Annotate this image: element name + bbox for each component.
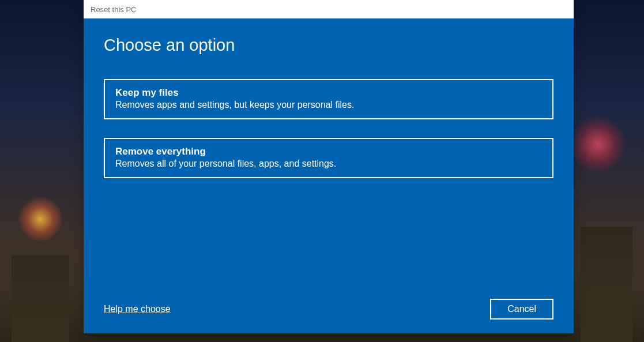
reset-pc-dialog: Reset this PC Choose an option Keep my f… <box>84 0 574 333</box>
cancel-button[interactable]: Cancel <box>490 299 553 320</box>
dialog-footer: Help me choose Cancel <box>104 299 553 320</box>
option-title: Keep my files <box>115 87 542 99</box>
dialog-title: Reset this PC <box>91 5 136 14</box>
option-title: Remove everything <box>115 146 542 157</box>
option-description: Removes all of your personal files, apps… <box>115 159 542 169</box>
dialog-titlebar[interactable]: Reset this PC <box>84 0 574 18</box>
background-building-right <box>581 227 632 342</box>
option-remove-everything[interactable]: Remove everything Removes all of your pe… <box>104 138 553 178</box>
background-building-left <box>12 255 69 342</box>
help-me-choose-link[interactable]: Help me choose <box>104 304 171 314</box>
option-description: Removes apps and settings, but keeps you… <box>115 100 542 110</box>
firework-decoration-right <box>569 115 627 173</box>
dialog-body: Choose an option Keep my files Removes a… <box>84 18 574 333</box>
option-keep-my-files[interactable]: Keep my files Removes apps and settings,… <box>104 79 553 119</box>
firework-decoration-left <box>17 196 63 242</box>
dialog-heading: Choose an option <box>104 36 553 55</box>
